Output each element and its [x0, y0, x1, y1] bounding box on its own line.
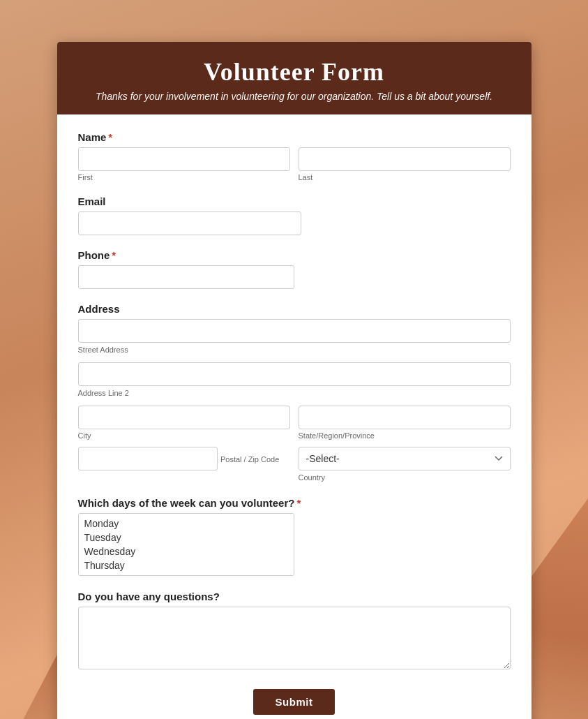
- day-option-tuesday[interactable]: Tuesday: [82, 531, 291, 544]
- first-sub-label: First: [78, 173, 290, 181]
- address-label: Address: [78, 303, 511, 315]
- submit-row: Submit: [78, 689, 511, 715]
- phone-field-group: Phone*: [78, 249, 511, 289]
- phone-label: Phone*: [78, 249, 511, 261]
- address-field-group: Address Street Address Address Line 2 Ci…: [78, 303, 511, 483]
- form-title: Volunteer Form: [78, 57, 511, 87]
- email-label: Email: [78, 195, 511, 207]
- first-name-col: First: [78, 147, 290, 181]
- state-col: State/Region/Province: [299, 406, 511, 440]
- street-address-group: Street Address: [78, 319, 511, 355]
- city-input[interactable]: [78, 406, 290, 429]
- email-input[interactable]: [78, 212, 301, 235]
- last-sub-label: Last: [299, 173, 511, 181]
- street-address-input[interactable]: [78, 319, 511, 343]
- phone-input[interactable]: [78, 265, 294, 289]
- postal-country-row: Postal / Zip Code -Select- United States…: [78, 447, 511, 483]
- country-sub-label: Country: [299, 473, 326, 482]
- questions-label: Do you have any questions?: [78, 591, 511, 602]
- postal-col: Postal / Zip Code: [78, 447, 290, 470]
- questions-textarea[interactable]: [78, 607, 511, 669]
- day-option-thursday[interactable]: Thursday: [82, 558, 291, 572]
- city-col: City: [78, 406, 290, 440]
- form-container: Volunteer Form Thanks for your involveme…: [57, 42, 532, 719]
- address2-sub-label: Address Line 2: [78, 389, 129, 397]
- country-select[interactable]: -Select- United States Canada United Kin…: [299, 447, 511, 470]
- first-name-input[interactable]: [78, 147, 290, 171]
- country-col: -Select- United States Canada United Kin…: [299, 447, 511, 483]
- form-header: Volunteer Form Thanks for your involveme…: [57, 42, 532, 114]
- country-select-wrapper: -Select- United States Canada United Kin…: [299, 447, 511, 470]
- city-sub-label: City: [78, 431, 290, 440]
- city-state-row: City State/Region/Province: [78, 406, 511, 440]
- address2-group: Address Line 2: [78, 362, 511, 399]
- name-required-star: *: [108, 131, 112, 143]
- name-field-group: Name* First Last: [78, 131, 511, 181]
- last-name-input[interactable]: [299, 147, 511, 171]
- day-option-wednesday[interactable]: Wednesday: [82, 544, 291, 558]
- name-row: First Last: [78, 147, 511, 181]
- days-field-group: Which days of the week can you volunteer…: [78, 497, 511, 577]
- days-listbox[interactable]: MondayTuesdayWednesdayThursdayFridaySatu…: [78, 513, 294, 576]
- street-sub-label: Street Address: [78, 346, 128, 354]
- state-sub-label: State/Region/Province: [299, 431, 511, 440]
- email-field-group: Email: [78, 195, 511, 235]
- address2-input[interactable]: [78, 362, 511, 386]
- submit-button[interactable]: Submit: [253, 689, 336, 715]
- state-input[interactable]: [299, 406, 511, 429]
- phone-required-star: *: [112, 249, 116, 261]
- days-label: Which days of the week can you volunteer…: [78, 497, 511, 509]
- form-body: Name* First Last Email Phone*: [57, 114, 532, 719]
- form-subtitle: Thanks for your involvement in volunteer…: [78, 91, 511, 102]
- last-name-col: Last: [299, 147, 511, 181]
- day-option-monday[interactable]: Monday: [82, 517, 291, 531]
- postal-sub-label: Postal / Zip Code: [220, 455, 279, 464]
- day-option-friday[interactable]: Friday: [82, 572, 291, 576]
- days-required-star: *: [296, 497, 301, 509]
- name-label: Name*: [78, 131, 511, 143]
- postal-input[interactable]: [78, 447, 218, 470]
- questions-field-group: Do you have any questions?: [78, 591, 511, 672]
